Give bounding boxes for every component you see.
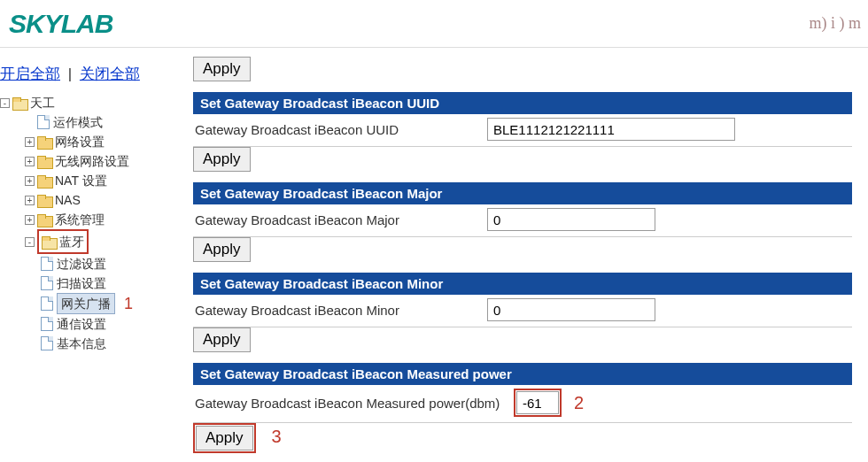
uuid-group: Set Gateway Broadcast iBeacon UUID Gatew… xyxy=(193,92,852,172)
callout-1: 1 xyxy=(124,294,133,313)
tree-item-nas[interactable]: + NAS xyxy=(25,190,172,210)
expand-icon[interactable]: + xyxy=(25,176,35,186)
folder-open-icon xyxy=(42,236,56,248)
tree-item-scan[interactable]: 扫描设置 xyxy=(41,273,172,293)
page-icon xyxy=(41,276,53,290)
folder-icon xyxy=(37,175,51,187)
collapse-icon[interactable]: - xyxy=(0,98,10,108)
expand-icon[interactable]: + xyxy=(25,215,35,225)
tree-item-network[interactable]: + 网络设置 xyxy=(25,132,172,151)
tree-item-wireless[interactable]: + 无线网路设置 xyxy=(25,151,172,171)
logo: SKYLAB xyxy=(0,9,112,39)
header: SKYLAB m) i ) m xyxy=(0,0,868,48)
nav-tree: - 天工 运作模式 + 网络设置 + xyxy=(0,93,172,353)
tree-item-bluetooth[interactable]: - 蓝牙 xyxy=(25,229,172,254)
page-icon xyxy=(41,257,53,271)
page-icon xyxy=(41,336,53,350)
tree-root[interactable]: - 天工 xyxy=(0,93,172,112)
main-content: Apply Set Gateway Broadcast iBeacon UUID… xyxy=(177,48,868,462)
collapse-icon[interactable]: - xyxy=(25,237,35,247)
tree-item-filter[interactable]: 过滤设置 xyxy=(41,254,172,273)
folder-icon xyxy=(37,156,51,167)
apply-uuid-button[interactable]: Apply xyxy=(193,147,251,172)
uuid-label: Gateway Broadcast iBeacon UUID xyxy=(195,122,487,137)
uuid-header: Set Gateway Broadcast iBeacon UUID xyxy=(193,92,852,114)
tree-toggle-links: 开启全部 | 关闭全部 xyxy=(0,57,172,93)
major-input[interactable] xyxy=(487,208,655,231)
minor-label: Gateway Broadcast iBeacon Minor xyxy=(195,303,487,318)
folder-icon xyxy=(37,195,51,206)
folder-icon xyxy=(37,136,51,148)
mp-header: Set Gateway Broadcast iBeacon Measured p… xyxy=(193,363,852,385)
tree-item-operation-mode[interactable]: 运作模式 xyxy=(25,112,172,132)
apply-minor-button[interactable]: Apply xyxy=(193,327,251,352)
tree-item-basic-info[interactable]: 基本信息 xyxy=(41,334,172,353)
minor-group: Set Gateway Broadcast iBeacon Minor Gate… xyxy=(193,273,852,352)
expand-icon[interactable]: + xyxy=(25,157,35,166)
highlight-box-apply: Apply xyxy=(193,423,256,453)
callout-3: 3 xyxy=(271,427,281,446)
expand-icon[interactable]: + xyxy=(25,137,35,147)
close-all-link[interactable]: 关闭全部 xyxy=(80,65,140,82)
apply-mp-button[interactable]: Apply xyxy=(196,426,253,450)
tree-item-gateway-broadcast[interactable]: 网关广播 1 xyxy=(41,293,172,314)
highlight-box-mp xyxy=(514,389,562,417)
apply-major-button[interactable]: Apply xyxy=(193,237,251,262)
sidebar: 开启全部 | 关闭全部 - 天工 运作模式 + xyxy=(0,48,177,462)
mim-badge: m) i ) m xyxy=(802,11,869,36)
page-icon xyxy=(41,296,53,311)
major-label: Gateway Broadcast iBeacon Major xyxy=(195,212,487,227)
folder-open-icon xyxy=(12,97,27,109)
callout-2: 2 xyxy=(574,393,584,413)
tree-item-system[interactable]: + 系统管理 xyxy=(25,210,172,229)
folder-icon xyxy=(37,214,51,226)
major-header: Set Gateway Broadcast iBeacon Major xyxy=(193,182,852,204)
page-icon xyxy=(41,317,53,331)
apply-top-button[interactable]: Apply xyxy=(193,57,251,81)
major-group: Set Gateway Broadcast iBeacon Major Gate… xyxy=(193,182,852,262)
page-icon xyxy=(37,115,50,129)
tree-item-nat[interactable]: + NAT 设置 xyxy=(25,171,172,190)
open-all-link[interactable]: 开启全部 xyxy=(0,65,60,82)
minor-header: Set Gateway Broadcast iBeacon Minor xyxy=(193,273,852,295)
highlight-box-bluetooth: 蓝牙 xyxy=(37,229,89,254)
mp-input[interactable] xyxy=(516,391,559,414)
uuid-input[interactable] xyxy=(487,118,735,141)
logo-text: SKYLAB xyxy=(9,9,112,38)
mp-label: Gateway Broadcast iBeacon Measured power… xyxy=(195,396,514,411)
expand-icon[interactable]: + xyxy=(25,196,35,205)
tree-item-comm[interactable]: 通信设置 xyxy=(41,314,172,334)
selected-item-label: 网关广播 xyxy=(57,293,115,314)
minor-input[interactable] xyxy=(487,298,655,321)
mp-group: Set Gateway Broadcast iBeacon Measured p… xyxy=(193,363,852,453)
